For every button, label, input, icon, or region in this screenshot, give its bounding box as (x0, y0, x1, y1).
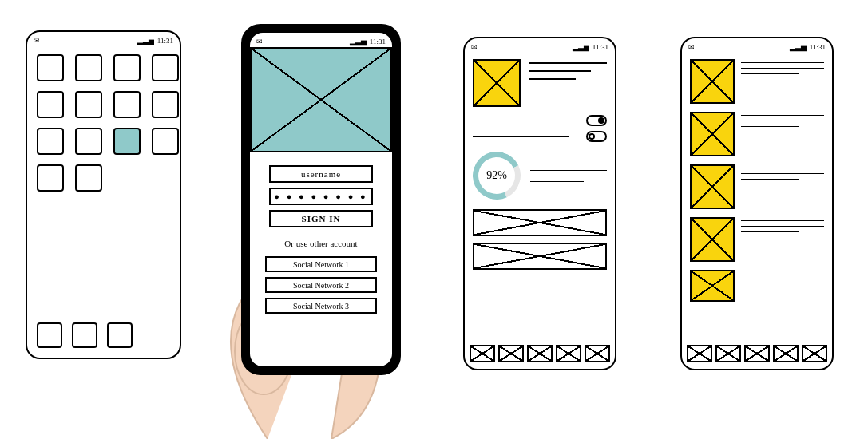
app-icon[interactable] (113, 91, 141, 118)
feed-subtitle (741, 231, 799, 232)
username-field[interactable]: username (269, 165, 373, 183)
app-icon[interactable] (152, 91, 179, 118)
app-icon[interactable] (37, 91, 64, 118)
feed-item[interactable] (690, 164, 824, 209)
clock: 11:31 (810, 43, 826, 51)
clock: 11:31 (593, 43, 608, 51)
app-icon-selected[interactable] (113, 128, 141, 155)
signal-icon: ▂▃▅ (790, 43, 807, 51)
social-login-button[interactable]: Social Network 2 (265, 277, 377, 293)
card-placeholder[interactable] (473, 243, 607, 270)
signal-icon: ▂▃▅ (350, 38, 367, 45)
tab-item[interactable] (802, 345, 827, 362)
dock-icon[interactable] (37, 322, 62, 348)
dock (37, 322, 133, 348)
social-login-button[interactable]: Social Network 3 (265, 298, 377, 314)
tab-item[interactable] (556, 345, 581, 362)
tab-item[interactable] (585, 345, 610, 362)
password-field[interactable]: ● ● ● ● ● ● ● ● (269, 188, 373, 205)
screen-feed: ✉ ▂▃▅ 11:31 (680, 37, 834, 370)
status-bar: ✉ ▂▃▅ 11:31 (682, 38, 832, 53)
feed-subtitle (741, 121, 824, 121)
sign-in-button[interactable]: SIGN IN (269, 210, 373, 227)
stat-line (530, 176, 607, 176)
thumb-placeholder (690, 59, 735, 104)
feed-title (741, 115, 824, 116)
feed-subtitle (741, 226, 824, 227)
feed-subtitle (741, 179, 799, 180)
envelope-icon: ✉ (256, 38, 263, 45)
feed-title (741, 168, 824, 168)
envelope-icon: ✉ (34, 37, 40, 45)
subtitle-line (529, 78, 576, 80)
setting-label (473, 136, 569, 137)
feed-title (741, 220, 824, 221)
hero-image-placeholder (250, 47, 392, 152)
app-icon[interactable] (37, 128, 64, 155)
stat-line (530, 170, 607, 171)
screen-login-device: ✉ ▂▃▅ 11:31 username ● ● ● ● ● ● ● ● SIG… (241, 24, 401, 375)
app-icon[interactable] (37, 54, 64, 81)
tab-item[interactable] (687, 345, 712, 362)
app-icon[interactable] (75, 91, 102, 118)
app-icon[interactable] (113, 54, 141, 81)
thumb-placeholder (690, 217, 735, 262)
social-login-button[interactable]: Social Network 1 (265, 256, 377, 272)
screen-home: ✉ ▂▃▅ 11:31 (26, 30, 181, 359)
app-grid (27, 46, 180, 200)
feed-item-small[interactable] (690, 270, 824, 302)
tab-item[interactable] (470, 345, 495, 362)
clock: 11:31 (370, 38, 386, 45)
setting-label (473, 121, 569, 121)
alt-login-label: Or use other account (284, 239, 357, 248)
tab-item[interactable] (498, 345, 524, 362)
progress-gauge: 92% (473, 152, 521, 200)
tab-item[interactable] (715, 345, 741, 362)
dock-icon[interactable] (107, 322, 133, 348)
signal-icon: ▂▃▅ (137, 37, 154, 45)
envelope-icon: ✉ (688, 43, 695, 51)
tab-bar (687, 345, 827, 362)
login-form: username ● ● ● ● ● ● ● ● SIGN IN Or use … (250, 152, 392, 314)
progress-value: 92% (473, 152, 521, 200)
app-icon[interactable] (75, 128, 102, 155)
feed-item[interactable] (690, 217, 824, 262)
tab-bar (470, 345, 610, 362)
tab-item[interactable] (773, 345, 799, 362)
envelope-icon: ✉ (471, 43, 478, 51)
feed-subtitle (741, 68, 824, 69)
card-placeholder[interactable] (473, 209, 607, 236)
tab-item[interactable] (744, 345, 770, 362)
screen-dashboard: ✉ ▂▃▅ 11:31 92% (463, 37, 616, 370)
thumb-placeholder (690, 164, 735, 209)
app-icon[interactable] (37, 164, 64, 192)
feed-subtitle (741, 173, 824, 174)
feed-subtitle (741, 126, 799, 127)
signal-icon: ▂▃▅ (573, 43, 589, 51)
app-icon[interactable] (152, 54, 179, 81)
wireframe-flow-diagram: ✉ ▂▃▅ 11:31 (0, 0, 868, 439)
dock-icon[interactable] (72, 322, 97, 348)
clock: 11:31 (157, 37, 173, 45)
app-icon[interactable] (75, 164, 102, 192)
thumb-placeholder (690, 270, 735, 302)
toggle-switch[interactable] (586, 131, 607, 142)
tab-item[interactable] (527, 345, 553, 362)
thumb-placeholder (690, 112, 735, 156)
app-icon[interactable] (152, 128, 179, 155)
title-line (529, 62, 607, 64)
status-bar: ✉ ▂▃▅ 11:31 (27, 32, 180, 46)
avatar-placeholder (473, 59, 521, 107)
feed-item[interactable] (690, 59, 824, 104)
subtitle-line (529, 70, 591, 72)
status-bar: ✉ ▂▃▅ 11:31 (465, 38, 615, 53)
app-icon[interactable] (75, 54, 102, 81)
feed-title (741, 62, 824, 63)
feed-item[interactable] (690, 112, 824, 156)
stat-line (530, 181, 584, 182)
feed-subtitle (741, 73, 799, 74)
toggle-switch[interactable] (586, 115, 607, 126)
status-bar: ✉ ▂▃▅ 11:31 (250, 33, 392, 47)
